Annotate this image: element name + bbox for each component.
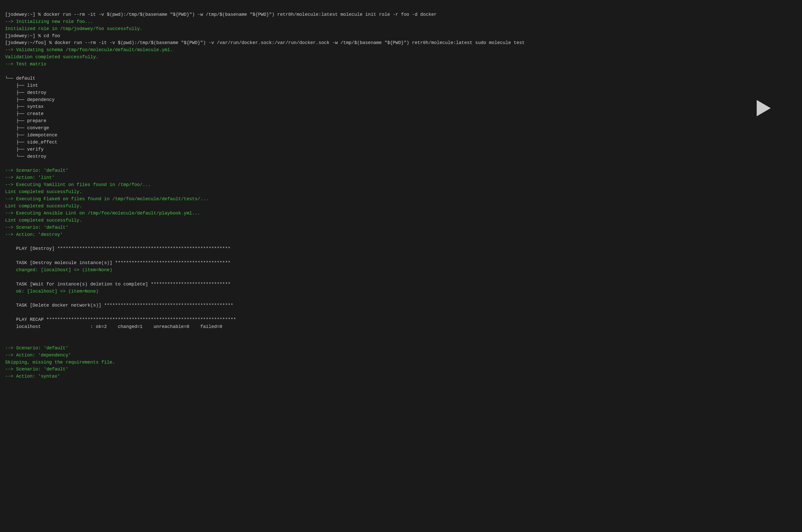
terminal-line: PLAY [Destroy] *************************… xyxy=(5,246,230,251)
terminal-line: ├── destroy xyxy=(5,90,46,95)
terminal-line: --> Executing Yamllint on files found in… xyxy=(5,182,151,187)
terminal-line: [jodewey:~] % docker run --rm -it -v $(p… xyxy=(5,12,437,17)
terminal-line: --> Scenario: 'default' xyxy=(5,345,68,350)
terminal-line: --> Scenario: 'default' xyxy=(5,225,68,230)
terminal-line: ├── syntax xyxy=(5,104,43,109)
terminal-line: --> Executing Ansible Lint on /tmp/foo/m… xyxy=(5,211,200,216)
terminal-line: Lint completed successfully. xyxy=(5,218,82,223)
play-button[interactable] xyxy=(754,99,771,117)
play-triangle-icon xyxy=(757,100,771,116)
terminal-line: Lint completed successfully. xyxy=(5,189,82,194)
terminal-line: ├── side_effect xyxy=(5,140,57,145)
terminal-line: ├── converge xyxy=(5,126,49,131)
terminal-line: ok: [localhost] => (item=None) xyxy=(5,289,98,294)
terminal-line: --> Scenario: 'default' xyxy=(5,168,68,173)
terminal-line: ├── dependency xyxy=(5,97,54,102)
terminal-line: --> Test matrix xyxy=(5,61,46,66)
terminal-line: TASK [Destroy molecule instance(s)] ****… xyxy=(5,260,230,265)
terminal-line: changed: [localhost] => (item=None) xyxy=(5,267,112,272)
terminal-line: Initialized role in /tmp/jodewey/foo suc… xyxy=(5,26,143,31)
terminal-line: ├── create xyxy=(5,111,43,116)
terminal-line: Lint completed successfully. xyxy=(5,204,82,209)
terminal-line: ├── idempotence xyxy=(5,133,57,138)
terminal-line: --> Action: 'dependency' xyxy=(5,353,71,358)
terminal-line: [jodewey:~/foo] % docker run --rm -it -v… xyxy=(5,40,525,45)
terminal-line: └── destroy xyxy=(5,154,46,159)
terminal-line: --> Initializing new role foo... xyxy=(5,19,93,24)
terminal-line: ├── verify xyxy=(5,147,43,152)
terminal-line: Skipping, missing the requirements file. xyxy=(5,360,115,365)
terminal-line: PLAY RECAP *****************************… xyxy=(5,317,236,322)
terminal-line: --> Executing Flake8 on files found in /… xyxy=(5,196,208,202)
terminal-line: [jodewey:~] % cd foo xyxy=(5,33,60,38)
terminal-line: └── default xyxy=(5,76,35,81)
terminal-line: TASK [Wait for instance(s) deletion to c… xyxy=(5,282,230,287)
terminal-line: --> Action: 'syntax' xyxy=(5,374,60,379)
terminal-line: localhost : ok=2 changed=1 unreachable=0… xyxy=(5,324,222,329)
terminal-line: --> Scenario: 'default' xyxy=(5,367,68,372)
terminal-line: ├── lint xyxy=(5,83,38,88)
terminal-line: Validation completed successfully. xyxy=(5,54,98,59)
terminal-line: TASK [Delete docker network(s)] ********… xyxy=(5,303,234,308)
terminal-output: [jodewey:~] % docker run --rm -it -v $(p… xyxy=(5,4,797,380)
terminal-line: --> Action: 'lint' xyxy=(5,175,54,180)
terminal-line: --> Action: 'destroy' xyxy=(5,232,63,237)
terminal-line: --> Validating schema /tmp/foo/molecule/… xyxy=(5,47,173,52)
terminal-line: ├── prepare xyxy=(5,118,46,124)
